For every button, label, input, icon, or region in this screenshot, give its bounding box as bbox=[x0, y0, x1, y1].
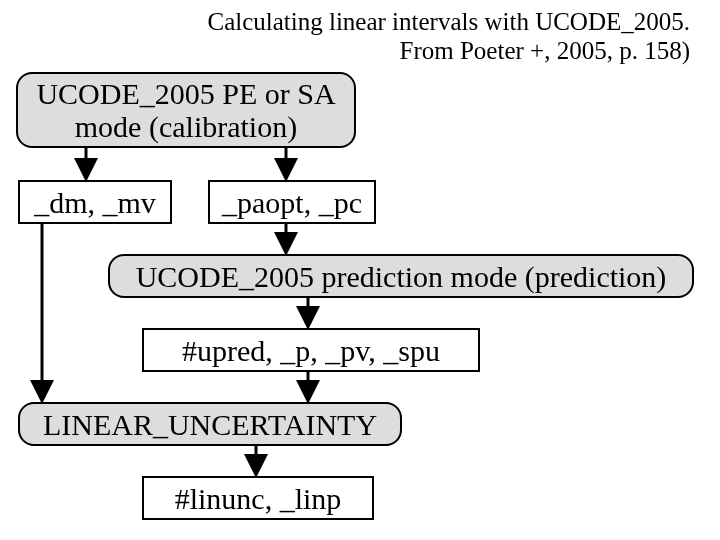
box-linear-unc-label: LINEAR_UNCERTAINTY bbox=[43, 408, 377, 441]
box-linunc: #linunc, _linp bbox=[142, 476, 374, 520]
box-paopt-pc: _paopt, _pc bbox=[208, 180, 376, 224]
box-pe-sa-line2: mode (calibration) bbox=[75, 110, 297, 143]
box-prediction-mode: UCODE_2005 prediction mode (prediction) bbox=[108, 254, 694, 298]
box-linear-uncertainty: LINEAR_UNCERTAINTY bbox=[18, 402, 402, 446]
box-linunc-label: #linunc, _linp bbox=[175, 482, 342, 515]
caption-line-1: Calculating linear intervals with UCODE_… bbox=[207, 8, 690, 35]
box-pe-sa-line1: UCODE_2005 PE or SA bbox=[36, 77, 335, 110]
figure-caption: Calculating linear intervals with UCODE_… bbox=[0, 8, 720, 66]
box-paopt-pc-label: _paopt, _pc bbox=[222, 186, 362, 219]
box-dm-mv-label: _dm, _mv bbox=[34, 186, 156, 219]
caption-line-2: From Poeter +, 2005, p. 158) bbox=[400, 37, 690, 64]
box-pe-sa-mode: UCODE_2005 PE or SA mode (calibration) bbox=[16, 72, 356, 148]
box-upred: #upred, _p, _pv, _spu bbox=[142, 328, 480, 372]
box-upred-label: #upred, _p, _pv, _spu bbox=[182, 334, 440, 367]
box-prediction-label: UCODE_2005 prediction mode (prediction) bbox=[136, 260, 667, 293]
box-dm-mv: _dm, _mv bbox=[18, 180, 172, 224]
